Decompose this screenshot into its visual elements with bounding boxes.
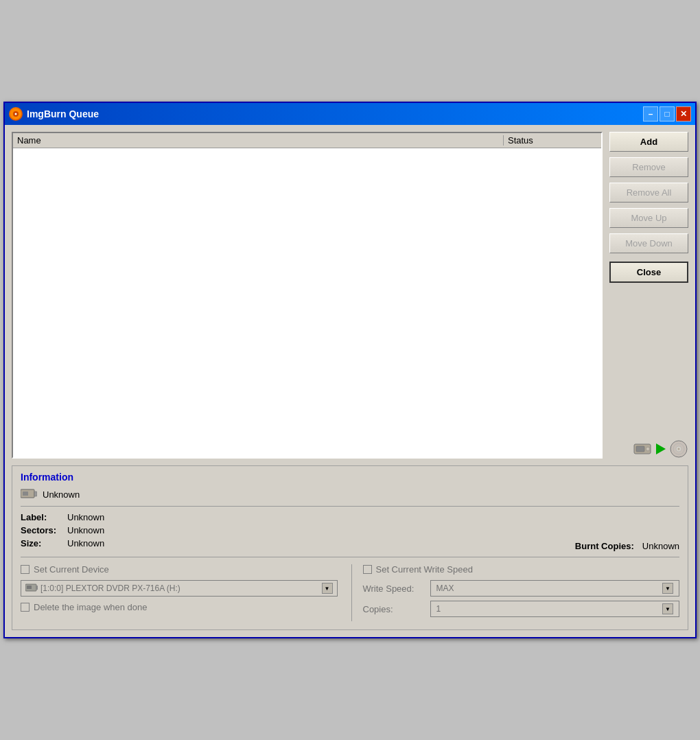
media-icons (609, 439, 688, 459)
svg-rect-4 (636, 446, 644, 452)
copies-key: Copies: (363, 604, 425, 614)
app-icon (9, 107, 23, 121)
info-divider-2 (21, 557, 679, 557)
write-speed-row: Write Speed: MAX ▼ (363, 580, 680, 597)
close-button[interactable]: Close (609, 262, 688, 283)
side-buttons: Add Remove Remove All Move Up Move Down … (609, 132, 688, 459)
copies-val: 1 (436, 604, 663, 614)
write-speed-val: MAX (436, 583, 663, 593)
set-current-device-label: Set Current Device (34, 564, 109, 575)
set-write-speed-row: Set Current Write Speed (363, 564, 680, 575)
burnt-copies-val: Unknown (642, 541, 679, 551)
window-title: ImgBurn Queue (27, 108, 99, 119)
col-name-header: Name (17, 135, 499, 146)
burnt-copies-row: Burnt Copies: Unknown (575, 541, 679, 551)
sectors-val: Unknown (67, 525, 104, 535)
col-status-header: Status (508, 135, 597, 146)
device-icon (21, 488, 37, 500)
remove-button[interactable]: Remove (609, 157, 688, 177)
svg-rect-16 (36, 586, 38, 590)
drive-icon (25, 583, 38, 593)
remove-all-button[interactable]: Remove All (609, 183, 688, 203)
main-content: Name Status Add Remove Remove All Move U… (12, 132, 688, 459)
information-title: Information (21, 472, 679, 483)
write-speed-arrow[interactable]: ▼ (662, 583, 673, 594)
burnt-copies-key: Burnt Copies: (575, 541, 634, 551)
move-down-button[interactable]: Move Down (609, 233, 688, 253)
svg-rect-12 (23, 492, 28, 496)
main-window: ImgBurn Queue – □ ✕ Name Status Add R (3, 102, 697, 638)
play-triangle-icon (656, 443, 666, 454)
information-section: Information Unknown Label: Unknown (12, 465, 688, 630)
delete-image-row: Delete the image when done (21, 602, 338, 612)
set-device-row: Set Current Device (21, 564, 338, 575)
titlebar-buttons: – □ ✕ (643, 106, 691, 122)
titlebar: ImgBurn Queue – □ ✕ (5, 103, 695, 125)
info-size-row: Size: Unknown (21, 538, 575, 548)
label-key: Label: (21, 512, 62, 522)
delete-image-label: Delete the image when done (34, 602, 148, 612)
set-current-device-checkbox[interactable] (21, 565, 30, 574)
info-bottom: Set Current Device [1:0:0] PLEXTOR DVDR … (21, 564, 679, 621)
size-key: Size: (21, 538, 62, 548)
disc-source-icon (633, 439, 653, 459)
play-button[interactable] (655, 443, 666, 454)
move-up-button[interactable]: Move Up (609, 208, 688, 228)
svg-rect-15 (27, 586, 32, 589)
svg-point-10 (678, 448, 680, 450)
device-dropdown[interactable]: [1:0:0] PLEXTOR DVDR PX-716A (H:) ▼ (21, 580, 338, 597)
disc-target-icon (669, 439, 688, 459)
info-label-row: Label: Unknown (21, 512, 575, 522)
set-write-speed-label: Set Current Write Speed (376, 564, 473, 575)
info-device-row: Unknown (21, 488, 679, 500)
device-dropdown-row: [1:0:0] PLEXTOR DVDR PX-716A (H:) ▼ (21, 580, 338, 597)
info-bottom-left: Set Current Device [1:0:0] PLEXTOR DVDR … (21, 564, 338, 621)
device-dropdown-text: [1:0:0] PLEXTOR DVDR PX-716A (H:) (40, 583, 322, 593)
copies-arrow[interactable]: ▼ (662, 603, 673, 614)
size-val: Unknown (67, 538, 104, 548)
svg-point-2 (15, 113, 17, 115)
set-write-speed-checkbox[interactable] (363, 565, 372, 574)
table-header: Name Status (13, 133, 601, 148)
delete-image-checkbox[interactable] (21, 603, 30, 612)
close-window-button[interactable]: ✕ (676, 106, 691, 122)
sectors-key: Sectors: (21, 525, 62, 535)
device-dropdown-arrow[interactable]: ▼ (322, 583, 333, 594)
info-fields-left: Label: Unknown Sectors: Unknown Size: Un… (21, 512, 575, 551)
header-divider (503, 135, 504, 146)
copies-row: Copies: 1 ▼ (363, 601, 680, 617)
write-speed-key: Write Speed: (363, 583, 425, 594)
copies-dropdown[interactable]: 1 ▼ (430, 601, 680, 617)
queue-table-area: Name Status (12, 132, 603, 459)
device-name: Unknown (43, 489, 80, 500)
queue-table-body (13, 148, 601, 457)
label-val: Unknown (67, 512, 104, 522)
svg-point-6 (647, 448, 649, 450)
svg-rect-13 (34, 492, 37, 496)
write-speed-dropdown[interactable]: MAX ▼ (430, 580, 680, 597)
info-divider-1 (21, 506, 679, 507)
info-bottom-right: Set Current Write Speed Write Speed: MAX… (351, 564, 680, 621)
add-button[interactable]: Add (609, 132, 688, 152)
maximize-button[interactable]: □ (660, 106, 675, 122)
titlebar-left: ImgBurn Queue (9, 107, 99, 121)
minimize-button[interactable]: – (643, 106, 658, 122)
info-sectors-row: Sectors: Unknown (21, 525, 575, 535)
window-body: Name Status Add Remove Remove All Move U… (5, 125, 695, 637)
